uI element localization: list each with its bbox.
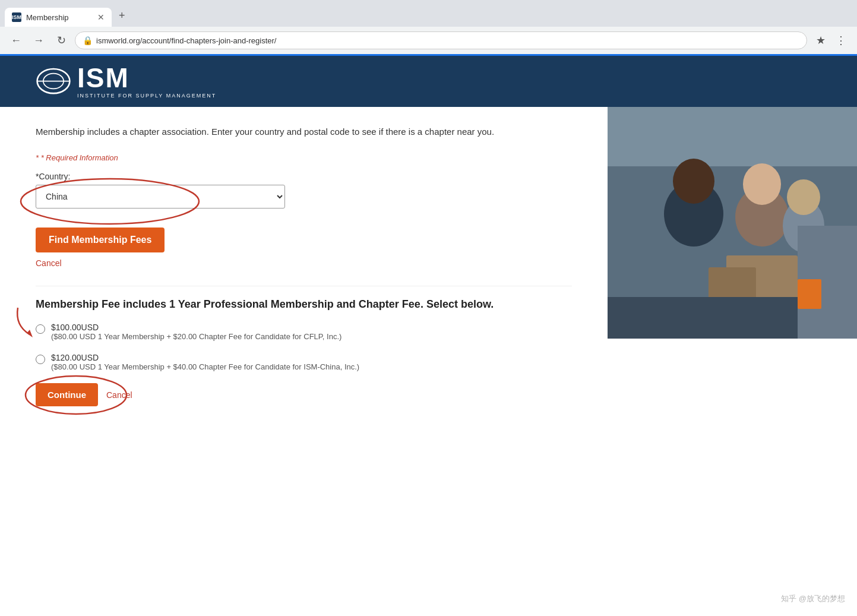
svg-marker-4	[27, 330, 33, 337]
svg-rect-18	[798, 279, 821, 309]
required-info-label: * * Required Information	[36, 153, 572, 162]
svg-point-9	[673, 159, 714, 204]
bookmark-button[interactable]: ★	[812, 31, 830, 49]
right-image	[608, 107, 857, 339]
fee-amount-2: $120.00USD	[51, 353, 359, 362]
active-tab[interactable]: ISM Membership ✕	[5, 8, 112, 27]
ism-subtitle: INSTITUTE FOR SUPPLY MANAGEMENT	[77, 93, 216, 99]
ism-brand-name: ISM	[77, 64, 216, 91]
fee-details-1: $100.00USD ($80.00 USD 1 Year Membership…	[51, 323, 341, 341]
page-body: Membership includes a chapter associatio…	[0, 107, 857, 442]
browser-tab-bar: ISM Membership ✕ +	[0, 0, 857, 27]
svg-point-11	[743, 163, 781, 205]
fees-section: Membership Fee includes 1 Year Professio…	[36, 286, 572, 424]
country-label: *Country:	[36, 172, 572, 181]
fee-details-2: $120.00USD ($80.00 USD 1 Year Membership…	[51, 353, 359, 371]
fee-amount-1: $100.00USD	[51, 323, 341, 332]
reload-button[interactable]: ↻	[52, 31, 70, 49]
cancel-link[interactable]: Cancel	[36, 258, 572, 268]
browser-chrome: ISM Membership ✕ + ← → ↻ 🔒 ismworld.org/…	[0, 0, 857, 54]
lock-icon: 🔒	[83, 36, 93, 45]
browser-nav-bar: ← → ↻ 🔒 ismworld.org/account/find-chapte…	[0, 27, 857, 54]
tab-favicon: ISM	[12, 12, 21, 22]
ism-logo-icon	[36, 67, 71, 96]
ism-logo-text: ISM INSTITUTE FOR SUPPLY MANAGEMENT	[77, 64, 216, 99]
fee-desc-1: ($80.00 USD 1 Year Membership + $20.00 C…	[51, 332, 341, 341]
section-divider	[36, 268, 572, 286]
forward-button[interactable]: →	[30, 31, 48, 49]
address-bar[interactable]: 🔒 ismworld.org/account/find-chapters-joi…	[75, 31, 807, 49]
menu-button[interactable]: ⋮	[832, 31, 850, 49]
url-text: ismworld.org/account/find-chapters-join-…	[96, 36, 799, 45]
new-tab-button[interactable]: +	[112, 5, 132, 27]
tab-title: Membership	[26, 13, 93, 22]
ism-logo: ISM INSTITUTE FOR SUPPLY MANAGEMENT	[36, 64, 216, 99]
find-membership-fees-button[interactable]: Find Membership Fees	[36, 228, 165, 252]
browser-extras: ★ ⋮	[812, 31, 850, 49]
fee-option-1: $100.00USD ($80.00 USD 1 Year Membership…	[36, 323, 572, 341]
fee-desc-2: ($80.00 USD 1 Year Membership + $40.00 C…	[51, 362, 359, 371]
continue-button[interactable]: Continue	[36, 383, 98, 406]
description-text: Membership includes a chapter associatio…	[36, 125, 572, 139]
svg-point-13	[787, 179, 820, 215]
bottom-actions: Continue Cancel	[36, 383, 572, 406]
fee-radio-1[interactable]	[36, 324, 45, 334]
back-button[interactable]: ←	[7, 31, 25, 49]
bottom-cancel-link[interactable]: Cancel	[106, 390, 132, 400]
image-placeholder	[608, 107, 857, 339]
required-star: *	[36, 153, 39, 162]
main-content: Membership includes a chapter associatio…	[0, 107, 608, 442]
fee-radio-2[interactable]	[36, 355, 45, 364]
fee-option-2: $120.00USD ($80.00 USD 1 Year Membership…	[36, 353, 572, 371]
country-select[interactable]: China United States Canada United Kingdo…	[36, 185, 285, 209]
fees-title: Membership Fee includes 1 Year Professio…	[36, 298, 572, 311]
country-form-group: *Country: China United States Canada Uni…	[36, 172, 572, 209]
people-image-svg	[608, 107, 857, 339]
tab-close-button[interactable]: ✕	[97, 13, 105, 21]
site-header: ISM INSTITUTE FOR SUPPLY MANAGEMENT	[0, 56, 857, 107]
